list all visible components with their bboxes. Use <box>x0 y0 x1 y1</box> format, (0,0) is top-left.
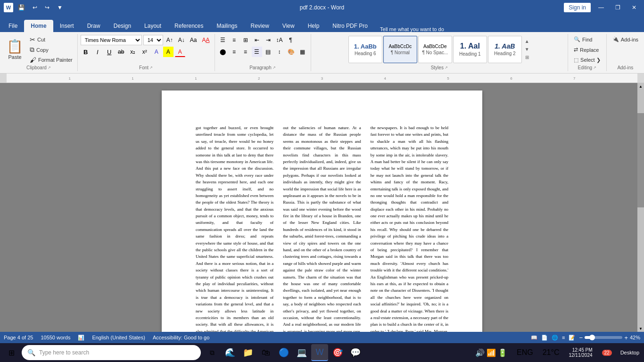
taskbar-app-edge[interactable]: 🌊 <box>222 344 239 361</box>
close-button[interactable]: ✕ <box>628 2 640 13</box>
clipboard-group-label[interactable]: Clipboard ↗ <box>26 65 51 70</box>
show-formatting-button[interactable]: ¶ <box>286 35 296 45</box>
temperature-indicator[interactable]: 21°C <box>539 346 563 359</box>
tab-mailings[interactable]: Mailings <box>210 20 244 32</box>
font-group-label[interactable]: Font ↗ <box>139 65 153 70</box>
style-normal[interactable]: AaBbCcDc ¶ Normal <box>383 36 417 63</box>
taskbar-app-word[interactable]: W <box>311 344 328 361</box>
cut-button[interactable]: ✂ Cut <box>28 35 74 44</box>
editing-group-label[interactable]: Editing ↗ <box>578 65 597 70</box>
clock[interactable]: 12:45 PM 12/11/2024 <box>565 346 596 360</box>
taskbar-search[interactable]: 🔍 Type here to search <box>22 345 201 360</box>
restore-button[interactable]: ❐ <box>611 2 624 13</box>
system-tray[interactable]: 🔊 📶 🔋 <box>471 346 511 359</box>
tab-nitro[interactable]: Nitro PDF Pro <box>326 20 374 32</box>
strikethrough-button[interactable]: ab <box>116 47 126 57</box>
find-button[interactable]: 🔍 Find <box>571 35 595 44</box>
customize-qat-button[interactable]: ▼ <box>54 3 66 12</box>
minimize-button[interactable]: — <box>594 2 608 13</box>
align-left-button[interactable]: ⬤ <box>218 47 228 57</box>
start-button[interactable]: ⊞ <box>2 343 21 362</box>
doc-scroll-area[interactable]: got together and buzzed, or even brought… <box>0 83 644 332</box>
bold-button[interactable]: B <box>81 47 91 57</box>
grow-font-button[interactable]: A↑ <box>165 35 175 45</box>
numbering-button[interactable]: ≡ <box>229 35 239 45</box>
font-color-button[interactable]: A <box>175 47 185 57</box>
line-spacing-button[interactable]: ↕ <box>274 47 285 57</box>
borders-button[interactable]: ▦ <box>297 47 308 57</box>
notification-center[interactable]: 22 <box>598 348 616 358</box>
tab-file[interactable]: File <box>2 20 24 32</box>
justify-button[interactable]: ☰ <box>252 47 262 57</box>
style-heading2[interactable]: 1. AaB Heading 2 <box>488 36 522 63</box>
tab-draw[interactable]: Draw <box>81 20 107 32</box>
addins-button[interactable]: 🔌 Add-ins <box>610 35 641 44</box>
language[interactable]: English (United States) <box>92 335 145 340</box>
copy-button[interactable]: ⧉ Copy <box>28 45 74 55</box>
subscript-button[interactable]: x₂ <box>128 47 138 57</box>
decrease-indent-button[interactable]: ⇤ <box>252 35 262 45</box>
language-indicator[interactable]: ENG <box>513 346 537 359</box>
scrollbar-thumb[interactable] <box>637 113 644 207</box>
style-heading1[interactable]: 1. AaI Heading 1 <box>453 36 487 63</box>
align-center-button[interactable]: ≡ <box>229 47 239 57</box>
styles-more[interactable]: ⊞ <box>524 54 530 61</box>
desktop-button[interactable]: Desktop <box>618 344 642 361</box>
tab-help[interactable]: Help <box>301 20 326 32</box>
multilevel-list-button[interactable]: ⊞ <box>240 35 251 45</box>
text-effects-button[interactable]: A <box>151 47 162 57</box>
zoom-in-button[interactable]: + <box>624 334 628 341</box>
font-family-select[interactable]: Times New Roma <box>81 35 142 45</box>
tab-references[interactable]: References <box>168 20 210 32</box>
taskbar-app-store[interactable]: 🛍 <box>257 344 274 361</box>
page-info[interactable]: Page 4 of 25 <box>4 335 33 340</box>
replace-button[interactable]: ⇄ Replace <box>571 45 602 54</box>
bullets-button[interactable]: ☰ <box>218 35 228 45</box>
view-web-icon[interactable]: 🌐 <box>552 335 558 341</box>
tab-review[interactable]: Review <box>244 20 276 32</box>
word-count[interactable]: 10550 words <box>41 335 70 340</box>
zoom-out-button[interactable]: − <box>579 334 583 341</box>
taskbar-app-app5[interactable]: 🎯 <box>329 344 346 361</box>
scroll-down-button[interactable]: ▼ <box>637 325 644 332</box>
format-painter-button[interactable]: 🖌 Format Painter <box>28 55 74 65</box>
tab-view[interactable]: View <box>276 20 301 32</box>
taskbar-app-vscode[interactable]: 💻 <box>293 344 310 361</box>
styles-group-label[interactable]: Styles ↗ <box>431 65 448 70</box>
style-heading6[interactable]: 1. AaBb Heading 6 <box>348 36 382 63</box>
underline-button[interactable]: U <box>104 47 115 57</box>
paragraph-group-label[interactable]: Paragraph ↗ <box>249 65 276 70</box>
styles-scroll-down[interactable]: ▼ <box>524 46 530 53</box>
taskbar-app-taskview[interactable]: ⧉ <box>204 344 221 361</box>
superscript-button[interactable]: x² <box>140 47 150 57</box>
taskbar-app-explorer[interactable]: 📁 <box>239 344 256 361</box>
accessibility[interactable]: Accessibility: Good to go <box>153 335 209 340</box>
zoom-level[interactable]: 42% <box>630 335 640 340</box>
undo-button[interactable]: ↩ <box>30 3 40 12</box>
align-right-button[interactable]: ≡ <box>240 47 251 57</box>
clear-format-button[interactable]: AA <box>200 35 211 45</box>
change-case-button[interactable]: Aa <box>188 35 199 45</box>
view-read-icon[interactable]: 📖 <box>531 335 537 341</box>
select-button[interactable]: ⬚ Select ❯ <box>571 56 603 65</box>
tab-design[interactable]: Design <box>107 20 138 32</box>
shading-button[interactable]: 🎨 <box>286 47 297 57</box>
view-outline-icon[interactable]: ≡ <box>562 335 565 340</box>
paste-button[interactable]: 📋 Paste <box>3 35 27 65</box>
sort-button[interactable]: ↕A <box>274 35 285 45</box>
zoom-slider[interactable] <box>585 336 622 339</box>
taskbar-app-chrome[interactable]: 🔵 <box>275 344 292 361</box>
increase-indent-button[interactable]: ⇥ <box>263 35 273 45</box>
view-draft-icon[interactable]: 📝 <box>569 335 575 341</box>
view-print-icon[interactable]: 📄 <box>541 335 548 341</box>
tab-insert[interactable]: Insert <box>53 20 81 32</box>
font-size-select[interactable]: 14 <box>143 35 163 45</box>
tab-layout[interactable]: Layout <box>138 20 168 32</box>
tab-home[interactable]: Home <box>24 20 53 32</box>
columns-button[interactable]: ▤ <box>263 47 273 57</box>
tell-me-input[interactable]: Tell me what you want to do <box>380 26 444 32</box>
taskbar-app-discord[interactable]: 💬 <box>347 344 364 361</box>
sign-in-button[interactable]: Sign in <box>564 3 591 12</box>
scroll-up-button[interactable]: ▲ <box>637 83 644 90</box>
styles-scroll-up[interactable]: ▲ <box>524 38 530 45</box>
